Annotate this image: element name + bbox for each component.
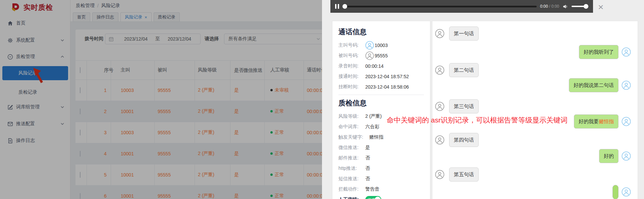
field-label: 命中词库: <box>338 124 365 130</box>
qc-info-title: 质检信息 <box>338 98 424 108</box>
field-value: 10003 <box>375 43 388 48</box>
audio-player: 0:00 / 0:00 <box>330 0 593 13</box>
customer-avatar-icon <box>622 47 631 57</box>
chat-text: 好的我要 <box>579 118 599 125</box>
callee-avatar-icon <box>365 51 374 60</box>
agent-avatar-icon <box>435 135 444 145</box>
manual-review-row: 人工审核: 正常 <box>338 194 424 199</box>
http-push-row: http推送: 否 <box>338 163 424 173</box>
chat-text: 第五句话 <box>454 171 474 178</box>
review-toggle[interactable]: 正常 <box>365 196 381 199</box>
field-label: 微信推送: <box>338 145 365 151</box>
field-label: 人工审核: <box>338 197 365 199</box>
field-label: 风险等级: <box>338 113 365 119</box>
chat-text: 好的我听到了 <box>584 49 614 55</box>
customer-avatar-icon <box>622 151 631 161</box>
field-value: 否 <box>365 165 370 171</box>
chat-bubble: 第四句话 <box>449 133 479 147</box>
field-value: 2 (严重) <box>365 113 382 119</box>
field-label: 挂断时间: <box>338 84 365 90</box>
keyword-highlight: 赌恒指 <box>599 118 614 125</box>
chat-text: 好的我说第二句话 <box>574 82 614 89</box>
volume-knob[interactable] <box>584 4 588 9</box>
field-value: 警告音 <box>365 186 379 192</box>
field-value: 00:00:14 <box>365 63 384 69</box>
intercept-action-row: 拦截动作: 警告音 <box>338 184 424 194</box>
modal-mask[interactable] <box>0 0 322 199</box>
record-time-row: 录音时间: 00:00:14 <box>338 61 424 71</box>
call-info-card: 通话信息 主叫号码: 10003 被叫号码: 95555 录音时间: 00:00… <box>332 21 430 199</box>
caller-row: 主叫号码: 10003 <box>338 40 424 50</box>
field-label: 被叫号码: <box>338 53 365 59</box>
chat-text: 第二句话 <box>454 67 474 73</box>
chat-text: 第三句话 <box>454 103 474 110</box>
time-separator: / <box>548 4 551 9</box>
field-label: 录音时间: <box>338 63 365 69</box>
close-icon[interactable]: × <box>598 3 604 11</box>
field-label: 邮件推送: <box>338 155 365 161</box>
chat-text: 第四句话 <box>454 137 474 143</box>
trigger-keyword-row: 触发关键字: 赌恒指 <box>338 132 424 142</box>
field-label: 短信推送: <box>338 176 365 182</box>
field-label: 主叫号码: <box>338 42 365 48</box>
field-value: 否 <box>365 155 370 161</box>
hangup-time-row: 挂断时间: 2023-12-04 18:58:06 <box>338 82 424 92</box>
risk-record-page: 实时质检 首页 系统配置 质检管理 风险记录 质检记录 词库组管理 <box>0 0 644 199</box>
caller-avatar-icon <box>365 41 374 50</box>
chat-bubble-keyword-hit: 好的我要赌恒指 <box>574 114 619 129</box>
asr-transcript-card: 第一句话 好的我听到了 第二句话 好的我说第二句话 第三句话 好的我要赌恒指 <box>432 21 638 199</box>
chat-bubble: 好的我听到了 <box>579 45 619 59</box>
seek-track <box>342 6 537 7</box>
field-value: 否 <box>365 176 370 182</box>
agent-avatar-icon <box>435 65 444 75</box>
pause-button[interactable] <box>335 4 339 9</box>
time-total: 0:00 <box>551 4 559 9</box>
volume-slider[interactable] <box>572 4 588 9</box>
field-value: 赌恒指 <box>369 134 383 140</box>
mail-push-row: 邮件推送: 否 <box>338 153 424 163</box>
sms-push-row: 短信推送: 否 <box>338 173 424 184</box>
divider <box>338 95 424 95</box>
field-value: 2023-12-04 18:58:06 <box>365 84 409 90</box>
field-label: 拦截动作: <box>338 186 365 192</box>
wechat-push-row: 微信推送: 是 <box>338 142 424 153</box>
chat-bubble: 第五句话 <box>449 167 479 182</box>
field-value: 六合彩 <box>365 124 379 130</box>
customer-avatar-icon <box>622 81 631 90</box>
customer-avatar-icon <box>622 187 631 197</box>
chat-bubble: 好的 <box>599 149 619 163</box>
seek-slider[interactable] <box>342 4 537 9</box>
field-label: 接通时间: <box>338 73 365 80</box>
field-value: 2023-12-04 18:57:52 <box>365 74 409 79</box>
chat-bubble-partial <box>612 185 619 199</box>
detail-drawer: 0:00 / 0:00 × 通话信息 主叫号码: 10003 被叫号码: 955… <box>322 0 644 199</box>
agent-avatar-icon <box>435 170 444 179</box>
agent-avatar-icon <box>435 29 444 38</box>
chat-bubble: 好的我说第二句话 <box>569 78 619 92</box>
field-value: 是 <box>365 145 370 151</box>
callee-row: 被叫号码: 95555 <box>338 50 424 61</box>
chat-text: 第一句话 <box>454 31 474 37</box>
field-label: 触发关键字: <box>338 134 369 140</box>
field-label: http推送: <box>338 165 365 171</box>
speaker-icon[interactable] <box>562 4 568 9</box>
connect-time-row: 接通时间: 2023-12-04 18:57:52 <box>338 71 424 82</box>
field-value: 95555 <box>375 53 388 58</box>
customer-avatar-icon <box>622 117 631 126</box>
call-info-title: 通话信息 <box>338 27 424 37</box>
time-current: 0:00 <box>540 4 548 9</box>
seek-knob[interactable] <box>342 4 347 9</box>
agent-avatar-icon <box>435 102 444 111</box>
time-display: 0:00 / 0:00 <box>540 4 559 9</box>
annotation-keyword-note: 命中关键词的 asr识别记录，可以根据告警等级显示关键词 <box>387 115 568 125</box>
chat-text: 好的 <box>604 153 614 159</box>
chat-bubble: 第一句话 <box>449 27 479 41</box>
chat-bubble: 第三句话 <box>449 99 479 113</box>
chat-bubble: 第二句话 <box>449 63 479 77</box>
